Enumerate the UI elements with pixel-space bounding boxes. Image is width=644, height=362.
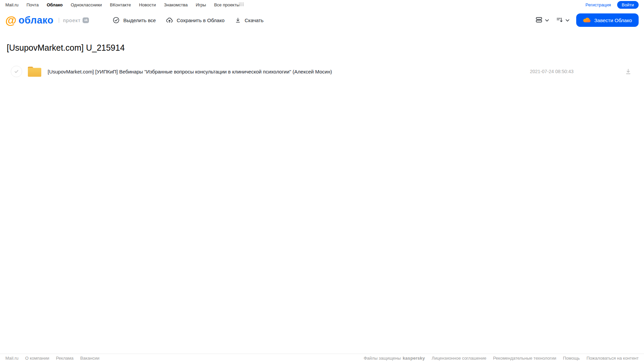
row-download-button[interactable] [625, 68, 632, 75]
sort-button[interactable] [556, 16, 569, 24]
registration-link[interactable]: Регистрация [586, 2, 611, 7]
login-button[interactable]: Войти [617, 1, 639, 9]
file-row[interactable]: [UsupovMarket.com] [УИПКиП] Вебинары "Из… [0, 63, 644, 80]
apps-grid-icon[interactable] [239, 3, 244, 7]
nav-link-vkontakte[interactable]: ВКонтакте [110, 2, 131, 7]
vk-project-badge: | проект vk [58, 17, 89, 23]
app-header: @ облако | проект vk Выделить все Сохран… [0, 9, 644, 31]
cloud-logo-text: облако [18, 15, 53, 26]
nav-link-mail[interactable]: Почта [27, 2, 39, 7]
select-all-button[interactable]: Выделить все [112, 16, 156, 24]
footer-link-license[interactable]: Лицензионное соглашение [432, 356, 486, 361]
view-mode-icon [535, 16, 543, 24]
footer: Mail.ru О компании Реклама Вакансии Файл… [0, 354, 644, 362]
download-all-button[interactable]: Скачать [235, 16, 263, 24]
nav-link-odnoklassniki[interactable]: Одноклассники [71, 2, 102, 7]
select-all-label: Выделить все [123, 17, 156, 23]
project-label: проект [63, 17, 81, 23]
save-to-cloud-button[interactable]: Сохранить в Облако [166, 16, 225, 24]
footer-link-mailru[interactable]: Mail.ru [5, 356, 18, 361]
view-mode-button[interactable] [535, 16, 549, 24]
nav-link-all-projects[interactable]: Все проекты [214, 2, 240, 7]
create-cloud-label: Завести Облако [594, 17, 632, 23]
file-name-link[interactable]: [UsupovMarket.com] [УИПКиП] Вебинары "Из… [48, 69, 332, 74]
download-icon [235, 16, 241, 24]
chevron-down-icon [565, 18, 569, 23]
chevron-down-icon [545, 18, 549, 23]
footer-link-report-content[interactable]: Пожаловаться на контент [587, 356, 639, 361]
download-all-label: Скачать [245, 17, 263, 23]
mailru-at-icon: @ [5, 14, 16, 26]
protected-by-label: Файлы защищены [364, 356, 401, 361]
create-cloud-button[interactable]: Завести Облако [576, 13, 639, 27]
kaspersky-protection: Файлы защищены kaspersky [364, 356, 425, 361]
nav-link-news[interactable]: Новости [139, 2, 156, 7]
folder-icon[interactable] [27, 65, 42, 78]
file-date: 2021-07-24 08:50:43 [530, 69, 574, 74]
logo-separator: | [58, 17, 59, 23]
footer-link-recommendation-tech[interactable]: Рекомендательные технологии [493, 356, 556, 361]
nav-link-games[interactable]: Игры [196, 2, 206, 7]
file-list: [UsupovMarket.com] [УИПКиП] Вебинары "Из… [0, 63, 644, 80]
check-circle-icon [112, 16, 120, 24]
portal-navbar: Mail.ru Почта Облако Одноклассники ВКонт… [0, 0, 644, 9]
footer-link-help[interactable]: Помощь [563, 356, 580, 361]
kaspersky-logo-link[interactable]: kaspersky [403, 356, 425, 361]
save-to-cloud-label: Сохранить в Облако [177, 17, 225, 23]
footer-link-jobs[interactable]: Вакансии [80, 356, 99, 361]
vk-icon: vk [83, 17, 89, 23]
header-right-controls: Завести Облако [535, 13, 639, 27]
footer-link-ads[interactable]: Реклама [56, 356, 73, 361]
file-toolbar: Выделить все Сохранить в Облако Скачать [112, 16, 263, 24]
footer-link-about[interactable]: О компании [25, 356, 49, 361]
nav-link-mailru[interactable]: Mail.ru [5, 2, 18, 7]
orange-cloud-icon [583, 17, 591, 23]
footer-left-links: Mail.ru О компании Реклама Вакансии [5, 356, 99, 361]
cloud-logo[interactable]: @ облако [5, 14, 53, 26]
page-title: [UsupovMarket.com] U_215914 [7, 43, 644, 53]
sort-icon [556, 16, 563, 24]
cloud-upload-icon [166, 16, 173, 24]
nav-link-dating[interactable]: Знакомства [164, 2, 188, 7]
row-checkbox[interactable] [11, 66, 22, 77]
footer-right-links: Файлы защищены kaspersky Лицензионное со… [364, 356, 639, 361]
nav-link-cloud[interactable]: Облако [47, 2, 63, 7]
